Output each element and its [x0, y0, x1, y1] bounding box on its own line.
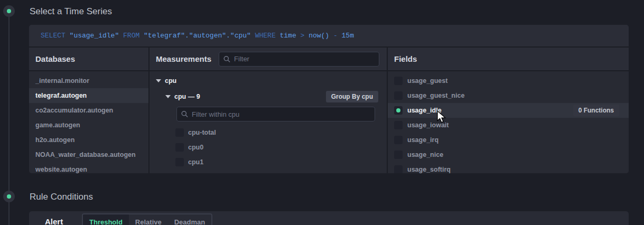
checkbox[interactable]	[175, 143, 184, 152]
database-item[interactable]: telegraf.autogen	[29, 88, 148, 103]
field-item[interactable]: usage_iowait	[388, 118, 629, 133]
database-item[interactable]: game.autogen	[29, 118, 148, 133]
databases-column: Databases _internal.monitortelegraf.auto…	[29, 48, 150, 173]
tag-key-label: cpu — 9	[174, 93, 200, 100]
checkbox[interactable]	[394, 136, 403, 144]
field-item-label: usage_softirq	[407, 166, 451, 173]
alert-type-tab[interactable]: Threshold	[83, 214, 129, 225]
step-dot-icon	[7, 194, 11, 199]
tag-values-list: cpu-total cpu0 cpu1	[150, 125, 387, 170]
checkbox[interactable]	[394, 91, 403, 100]
database-item-label: h2o.autogen	[35, 136, 74, 144]
field-item-label: usage_guest_nice	[407, 92, 464, 99]
fields-header: Fields	[388, 48, 629, 71]
field-item-label: usage_iowait	[407, 121, 449, 129]
database-item-label: NOAA_water_database.autogen	[35, 151, 136, 158]
query-token: now()	[309, 32, 333, 40]
builder-columns: Databases _internal.monitortelegraf.auto…	[29, 48, 629, 173]
tag-key-row[interactable]: cpu — 9 Group By cpu	[150, 88, 387, 105]
step-indicator-rule-conditions	[3, 191, 15, 202]
checkbox[interactable]	[175, 158, 184, 166]
fields-header-label: Fields	[394, 54, 417, 63]
database-item-label: website.autogen	[35, 166, 87, 173]
alert-type-tabs: ThresholdRelativeDeadman	[82, 213, 212, 225]
field-item-label: usage_idle	[407, 107, 442, 114]
query-token: "usage_idle"	[70, 32, 123, 40]
checkbox[interactable]	[394, 121, 403, 129]
checkbox[interactable]	[175, 128, 184, 137]
checked-dot-icon	[396, 108, 400, 112]
database-item[interactable]: website.autogen	[29, 162, 148, 173]
query-token: "telegraf"."autogen"."cpu"	[144, 32, 255, 40]
query-token: time	[280, 32, 301, 40]
checkbox[interactable]	[394, 77, 403, 85]
caret-down-icon	[165, 95, 171, 98]
alert-type-tab[interactable]: Relative	[129, 214, 168, 225]
database-item[interactable]: NOAA_water_database.autogen	[29, 147, 148, 162]
alert-type-tab[interactable]: Deadman	[168, 214, 212, 225]
tag-value-label: cpu0	[188, 144, 203, 151]
time-series-panel: SELECT "usage_idle" FROM "telegraf"."aut…	[29, 25, 629, 173]
checkbox[interactable]	[394, 106, 403, 115]
alert-type-label: Alert Type	[45, 217, 82, 225]
group-by-cpu-button[interactable]: Group By cpu	[326, 91, 378, 102]
field-item-label: usage_guest	[407, 77, 447, 85]
query-token: 15m	[342, 32, 354, 40]
tag-value-label: cpu1	[188, 158, 203, 166]
measurements-list: cpu cpu — 9 Group By cpu cpu-total cpu0 …	[150, 71, 387, 173]
databases-header: Databases	[29, 48, 148, 71]
tag-values-filter	[176, 107, 375, 121]
field-item[interactable]: usage_nice	[388, 147, 629, 162]
database-item[interactable]: co2accumulator.autogen	[29, 103, 148, 118]
databases-list: _internal.monitortelegraf.autogenco2accu…	[29, 71, 148, 173]
measurements-filter	[219, 52, 379, 67]
query-token: >	[301, 32, 309, 40]
section-title-time-series: Select a Time Series	[30, 6, 112, 17]
field-item[interactable]: usage_irq	[388, 133, 629, 147]
functions-badge[interactable]: 0 Functions	[573, 105, 619, 116]
field-item[interactable]: usage_guest_nice	[388, 88, 629, 103]
field-item[interactable]: usage_idle 0 Functions	[388, 103, 629, 118]
database-item-label: game.autogen	[35, 121, 80, 129]
query-preview: SELECT "usage_idle" FROM "telegraf"."aut…	[29, 25, 629, 48]
field-item-label: usage_irq	[407, 136, 438, 144]
checkbox[interactable]	[394, 165, 403, 173]
field-item[interactable]: usage_guest	[388, 73, 629, 88]
tag-value-item[interactable]: cpu-total	[150, 125, 387, 140]
query-token: -	[333, 32, 342, 40]
tag-value-item[interactable]: cpu0	[150, 140, 387, 155]
tag-values-filter-input[interactable]	[176, 107, 375, 121]
query-token: SELECT	[41, 32, 70, 40]
database-item[interactable]: h2o.autogen	[29, 133, 148, 147]
fields-list: usage_guest usage_guest_nice usage_idle …	[388, 71, 629, 173]
checkbox[interactable]	[394, 151, 403, 159]
field-item-label: usage_nice	[407, 151, 443, 158]
databases-header-label: Databases	[35, 54, 75, 63]
section-title-rule-conditions: Rule Conditions	[30, 192, 93, 202]
measurements-filter-input[interactable]	[219, 52, 379, 67]
measurements-header: Measurements	[150, 48, 387, 71]
step-dot-icon	[7, 9, 11, 13]
field-item[interactable]: usage_softirq	[388, 162, 629, 173]
measurement-label: cpu	[165, 77, 176, 85]
step-indicator-time-series	[3, 5, 15, 17]
fields-column: Fields usage_guest usage_guest_nice usag…	[388, 48, 629, 173]
query-token: FROM	[123, 32, 144, 40]
database-item-label: co2accumulator.autogen	[35, 107, 113, 114]
database-item-label: telegraf.autogen	[35, 92, 87, 99]
tag-value-label: cpu-total	[188, 129, 216, 136]
database-item[interactable]: _internal.monitor	[29, 73, 148, 88]
query-token: WHERE	[255, 32, 280, 40]
caret-down-icon	[156, 79, 161, 82]
rule-conditions-panel: Alert Type ThresholdRelativeDeadman	[29, 211, 629, 225]
tag-value-item[interactable]: cpu1	[150, 155, 387, 170]
measurement-item-cpu[interactable]: cpu	[150, 73, 387, 88]
database-item-label: _internal.monitor	[35, 77, 89, 85]
measurements-column: Measurements cpu cpu — 9 Group By cpu	[150, 48, 388, 173]
measurements-header-label: Measurements	[156, 54, 211, 63]
